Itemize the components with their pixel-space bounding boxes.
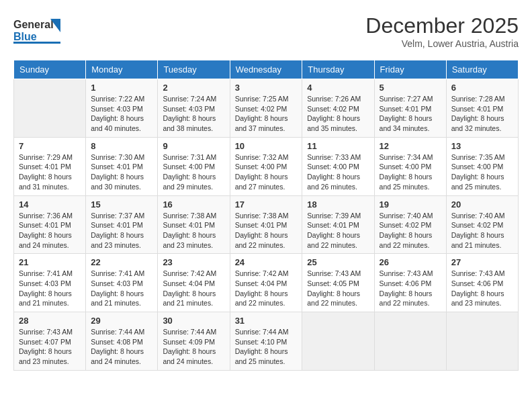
calendar-cell: 26Sunrise: 7:43 AMSunset: 4:06 PMDayligh… (374, 254, 446, 312)
day-number: 11 (307, 141, 369, 151)
day-number: 31 (235, 316, 298, 326)
calendar-cell (302, 312, 374, 371)
day-number: 2 (163, 83, 224, 93)
calendar-cell: 10Sunrise: 7:32 AMSunset: 4:00 PMDayligh… (230, 137, 302, 195)
header: General Blue December 2025 Velm, Lower A… (13, 13, 519, 49)
calendar-cell: 13Sunrise: 7:35 AMSunset: 4:00 PMDayligh… (446, 137, 518, 195)
day-number: 1 (91, 83, 152, 93)
calendar-cell: 9Sunrise: 7:31 AMSunset: 4:00 PMDaylight… (158, 137, 230, 195)
calendar-cell: 27Sunrise: 7:43 AMSunset: 4:06 PMDayligh… (446, 254, 518, 312)
calendar-cell: 24Sunrise: 7:42 AMSunset: 4:04 PMDayligh… (230, 254, 302, 312)
week-row-5: 28Sunrise: 7:43 AMSunset: 4:07 PMDayligh… (14, 312, 519, 371)
calendar-cell: 30Sunrise: 7:44 AMSunset: 4:09 PMDayligh… (158, 312, 230, 371)
day-number: 22 (91, 257, 152, 267)
week-row-1: 1Sunrise: 7:22 AMSunset: 4:03 PMDaylight… (14, 79, 519, 138)
day-info: Sunrise: 7:39 AMSunset: 4:01 PMDaylight:… (307, 211, 369, 250)
day-number: 6 (451, 83, 513, 93)
day-info: Sunrise: 7:38 AMSunset: 4:01 PMDaylight:… (163, 211, 224, 250)
calendar-cell: 6Sunrise: 7:28 AMSunset: 4:01 PMDaylight… (446, 79, 518, 138)
day-number: 18 (307, 199, 369, 210)
day-info: Sunrise: 7:44 AMSunset: 4:08 PMDaylight:… (91, 327, 152, 367)
day-info: Sunrise: 7:27 AMSunset: 4:01 PMDaylight:… (380, 94, 441, 134)
calendar-cell: 12Sunrise: 7:34 AMSunset: 4:00 PMDayligh… (374, 137, 446, 195)
calendar-cell: 29Sunrise: 7:44 AMSunset: 4:08 PMDayligh… (86, 312, 158, 371)
calendar-cell (14, 79, 86, 138)
day-number: 5 (380, 83, 441, 93)
weekday-header-friday: Friday (374, 60, 446, 79)
weekday-header-thursday: Thursday (302, 60, 374, 79)
calendar-cell (374, 312, 446, 371)
day-number: 26 (380, 257, 441, 267)
calendar-cell: 3Sunrise: 7:25 AMSunset: 4:02 PMDaylight… (230, 79, 302, 138)
day-info: Sunrise: 7:26 AMSunset: 4:02 PMDaylight:… (307, 94, 369, 134)
day-info: Sunrise: 7:40 AMSunset: 4:02 PMDaylight:… (451, 211, 513, 250)
day-info: Sunrise: 7:38 AMSunset: 4:01 PMDaylight:… (235, 211, 298, 250)
calendar-cell: 19Sunrise: 7:40 AMSunset: 4:02 PMDayligh… (374, 195, 446, 254)
day-number: 8 (91, 141, 152, 151)
day-info: Sunrise: 7:44 AMSunset: 4:09 PMDaylight:… (163, 327, 224, 367)
calendar-cell: 31Sunrise: 7:44 AMSunset: 4:10 PMDayligh… (230, 312, 302, 371)
day-number: 21 (19, 257, 81, 267)
calendar-cell: 4Sunrise: 7:26 AMSunset: 4:02 PMDaylight… (302, 79, 374, 138)
day-number: 16 (163, 199, 224, 210)
weekday-header-tuesday: Tuesday (158, 60, 230, 79)
day-number: 7 (19, 141, 81, 151)
day-number: 28 (19, 316, 81, 326)
day-number: 20 (451, 199, 513, 210)
day-number: 3 (235, 83, 298, 93)
day-info: Sunrise: 7:41 AMSunset: 4:03 PMDaylight:… (91, 269, 152, 308)
calendar-cell: 25Sunrise: 7:43 AMSunset: 4:05 PMDayligh… (302, 254, 374, 312)
week-row-2: 7Sunrise: 7:29 AMSunset: 4:01 PMDaylight… (14, 137, 519, 195)
day-number: 19 (380, 199, 441, 210)
day-number: 12 (380, 141, 441, 151)
day-info: Sunrise: 7:31 AMSunset: 4:00 PMDaylight:… (163, 152, 224, 192)
calendar-cell: 11Sunrise: 7:33 AMSunset: 4:00 PMDayligh… (302, 137, 374, 195)
calendar-cell (446, 312, 518, 371)
day-info: Sunrise: 7:40 AMSunset: 4:02 PMDaylight:… (380, 211, 441, 250)
day-info: Sunrise: 7:36 AMSunset: 4:01 PMDaylight:… (19, 211, 81, 250)
svg-rect-3 (13, 42, 60, 44)
svg-text:General: General (13, 19, 54, 30)
day-info: Sunrise: 7:29 AMSunset: 4:01 PMDaylight:… (19, 152, 81, 192)
day-number: 9 (163, 141, 224, 151)
day-info: Sunrise: 7:37 AMSunset: 4:01 PMDaylight:… (91, 211, 152, 250)
day-info: Sunrise: 7:43 AMSunset: 4:06 PMDaylight:… (380, 269, 441, 308)
calendar-cell: 23Sunrise: 7:42 AMSunset: 4:04 PMDayligh… (158, 254, 230, 312)
calendar-cell: 15Sunrise: 7:37 AMSunset: 4:01 PMDayligh… (86, 195, 158, 254)
calendar-cell: 20Sunrise: 7:40 AMSunset: 4:02 PMDayligh… (446, 195, 518, 254)
day-number: 25 (307, 257, 369, 267)
weekday-header-row: SundayMondayTuesdayWednesdayThursdayFrid… (14, 60, 519, 79)
calendar-cell: 28Sunrise: 7:43 AMSunset: 4:07 PMDayligh… (14, 312, 86, 371)
calendar-cell: 21Sunrise: 7:41 AMSunset: 4:03 PMDayligh… (14, 254, 86, 312)
calendar-cell: 18Sunrise: 7:39 AMSunset: 4:01 PMDayligh… (302, 195, 374, 254)
day-info: Sunrise: 7:33 AMSunset: 4:00 PMDaylight:… (307, 152, 369, 192)
day-info: Sunrise: 7:35 AMSunset: 4:00 PMDaylight:… (451, 152, 513, 192)
calendar-cell: 17Sunrise: 7:38 AMSunset: 4:01 PMDayligh… (230, 195, 302, 254)
day-info: Sunrise: 7:25 AMSunset: 4:02 PMDaylight:… (235, 94, 298, 134)
day-info: Sunrise: 7:44 AMSunset: 4:10 PMDaylight:… (235, 327, 298, 367)
weekday-header-wednesday: Wednesday (230, 60, 302, 79)
calendar-cell: 2Sunrise: 7:24 AMSunset: 4:03 PMDaylight… (158, 79, 230, 138)
logo-icon: General Blue (13, 13, 60, 44)
day-info: Sunrise: 7:22 AMSunset: 4:03 PMDaylight:… (91, 94, 152, 134)
logo: General Blue (13, 13, 60, 46)
calendar-table: SundayMondayTuesdayWednesdayThursdayFrid… (13, 60, 519, 371)
calendar-cell: 16Sunrise: 7:38 AMSunset: 4:01 PMDayligh… (158, 195, 230, 254)
day-number: 15 (91, 199, 152, 210)
day-number: 13 (451, 141, 513, 151)
week-row-4: 21Sunrise: 7:41 AMSunset: 4:03 PMDayligh… (14, 254, 519, 312)
day-number: 4 (307, 83, 369, 93)
day-info: Sunrise: 7:34 AMSunset: 4:00 PMDaylight:… (380, 152, 441, 192)
day-number: 30 (163, 316, 224, 326)
day-info: Sunrise: 7:42 AMSunset: 4:04 PMDaylight:… (163, 269, 224, 308)
title-block: December 2025 Velm, Lower Austria, Austr… (365, 13, 519, 49)
weekday-header-sunday: Sunday (14, 60, 86, 79)
day-info: Sunrise: 7:41 AMSunset: 4:03 PMDaylight:… (19, 269, 81, 308)
weekday-header-monday: Monday (86, 60, 158, 79)
calendar-cell: 5Sunrise: 7:27 AMSunset: 4:01 PMDaylight… (374, 79, 446, 138)
calendar-cell: 14Sunrise: 7:36 AMSunset: 4:01 PMDayligh… (14, 195, 86, 254)
day-info: Sunrise: 7:43 AMSunset: 4:07 PMDaylight:… (19, 327, 81, 367)
calendar-cell: 22Sunrise: 7:41 AMSunset: 4:03 PMDayligh… (86, 254, 158, 312)
day-number: 24 (235, 257, 298, 267)
week-row-3: 14Sunrise: 7:36 AMSunset: 4:01 PMDayligh… (14, 195, 519, 254)
